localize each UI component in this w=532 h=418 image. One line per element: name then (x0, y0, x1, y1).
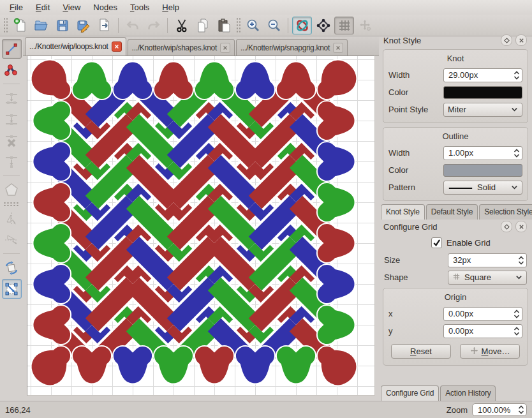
polygon-tool-icon (4, 182, 19, 197)
toolbar-handle[interactable] (3, 202, 20, 206)
status-bar: 166,24 Zoom 100.00% (0, 401, 532, 418)
grid-size-spinbox[interactable]: 32px (448, 253, 527, 267)
node-tool-icon (4, 63, 19, 78)
toggle-grid-button[interactable] (334, 17, 354, 34)
zoom-out-button[interactable] (264, 17, 284, 34)
move-button-label: Move… (482, 347, 510, 356)
origin-buttons-row: Reset Move… (388, 340, 522, 361)
float-dock-icon[interactable] (501, 221, 512, 232)
knot-width-spinbox[interactable]: 29.00px (443, 68, 522, 82)
reset-origin-button[interactable]: Reset (391, 344, 451, 359)
enable-grid-checkbox[interactable] (431, 237, 442, 248)
move-origin-button[interactable]: Move… (460, 344, 520, 359)
menu-view[interactable]: View (57, 1, 86, 14)
zoom-in-button[interactable] (243, 17, 263, 34)
origin-group: Origin x 0.00px y 0.00px Reset (383, 288, 528, 366)
grid-size-row: Size 32px (379, 251, 532, 269)
menu-nodes[interactable]: Nodes (87, 1, 123, 14)
tool-rotate[interactable] (2, 258, 22, 278)
spinner-arrows-icon[interactable] (514, 148, 520, 158)
export-button[interactable] (94, 17, 114, 34)
grid-shape-row: Shape Square (379, 269, 532, 286)
tool-flip-horizontal (2, 230, 22, 250)
outline-width-spinbox[interactable]: 1.00px (443, 146, 522, 160)
spinner-arrows-icon[interactable] (514, 70, 520, 80)
spinner-arrows-icon[interactable] (518, 405, 524, 415)
knot-style-icon (295, 18, 310, 33)
toolbar-handle[interactable] (3, 17, 8, 34)
close-tab-icon[interactable] (112, 41, 122, 52)
move-grid-button (355, 17, 375, 34)
point-style-row: Point Style Miter (388, 101, 522, 118)
spinner-arrows-icon[interactable] (518, 255, 524, 265)
point-style-combo[interactable]: Miter (443, 103, 522, 117)
panel-tab-action-history[interactable]: Action History (440, 385, 496, 401)
knot-drawing (27, 56, 374, 395)
point-style-value: Miter (448, 105, 507, 114)
edit-copy-icon (195, 18, 211, 33)
tool-insert-node (2, 109, 22, 129)
toolbar-separator (167, 18, 168, 33)
tool-transform[interactable] (2, 279, 22, 299)
tool-edit-nodes[interactable] (2, 60, 22, 80)
new-document-button[interactable] (10, 17, 30, 34)
close-dock-icon[interactable] (515, 221, 527, 232)
spinner-arrows-icon[interactable] (514, 326, 520, 336)
float-dock-icon[interactable] (501, 34, 512, 46)
outline-color-row: Color (388, 161, 522, 179)
panel-tab-configure-grid[interactable]: Configure Grid (381, 385, 439, 401)
cut-button[interactable] (172, 17, 191, 34)
origin-y-value: 0.00px (448, 326, 514, 336)
tool-edit-edges[interactable] (2, 39, 22, 59)
close-dock-icon[interactable] (515, 34, 527, 46)
menu-edit[interactable]: Edit (30, 1, 55, 14)
document-tab[interactable]: .../Knotter/wip/snapgrig.knot (236, 39, 348, 56)
document-tab[interactable]: .../Knotter/wip/shapes.knot (128, 39, 235, 56)
save-button[interactable] (52, 17, 72, 34)
document-tab-title: .../Knotter/wip/shapes.knot (132, 43, 217, 52)
toolbar-separator (3, 175, 20, 175)
knot-group-title: Knot (388, 52, 522, 66)
spinner-arrows-icon[interactable] (514, 309, 520, 319)
document-tab-title: .../Knotter/wip/loops.knot (29, 42, 108, 51)
menu-help[interactable]: Help (156, 1, 185, 14)
copy-button[interactable] (193, 17, 212, 34)
menu-file[interactable]: File (4, 1, 29, 14)
knot-nodes-icon (316, 18, 331, 33)
knot-style-dock-header: Knot Style (379, 33, 532, 47)
insert-edge-tool-icon (4, 91, 19, 106)
origin-x-label: x (388, 309, 443, 318)
panel-tab-selection-style[interactable]: Selection Style (479, 204, 532, 220)
close-tab-icon[interactable] (220, 43, 230, 53)
panel-tab-default-style[interactable]: Default Style (426, 204, 478, 220)
grid-size-label: Size (384, 255, 448, 265)
knot-canvas[interactable] (27, 56, 375, 396)
paste-button[interactable] (214, 17, 233, 34)
outline-color-button[interactable] (443, 164, 522, 177)
open-document-button[interactable] (31, 17, 51, 34)
tool-snap-node (2, 151, 22, 171)
grid-panel-tabs: Configure GridAction History (379, 384, 532, 401)
document-tab[interactable]: .../Knotter/wip/loops.knot (25, 37, 126, 56)
panel-tab-knot-style[interactable]: Knot Style (381, 204, 425, 220)
origin-x-spinbox[interactable]: 0.00px (443, 307, 522, 321)
edit-knot-nodes-button[interactable] (313, 17, 333, 34)
grid-shape-combo[interactable]: Square (448, 271, 527, 285)
document-save-as-icon (76, 18, 91, 33)
chevron-down-icon (515, 275, 522, 280)
snap-node-tool-icon (4, 154, 19, 169)
document-open-icon (34, 18, 49, 33)
origin-y-spinbox[interactable]: 0.00px (443, 324, 522, 338)
knot-color-button[interactable] (443, 86, 522, 99)
grid-icon (337, 18, 352, 33)
close-tab-icon[interactable] (333, 43, 343, 53)
knot-display-button[interactable] (292, 17, 312, 34)
outline-group: Outline Width 1.00px Color Pattern Solid (383, 127, 528, 201)
pattern-combo[interactable]: Solid (443, 181, 522, 195)
save-as-button[interactable] (73, 17, 93, 34)
zoom-spinbox[interactable]: 100.00% (472, 403, 527, 416)
menu-tools[interactable]: Tools (124, 1, 155, 14)
outline-width-row: Width 1.00px (388, 144, 522, 161)
redo-icon (146, 18, 161, 33)
toolbar-handle[interactable] (236, 17, 240, 34)
